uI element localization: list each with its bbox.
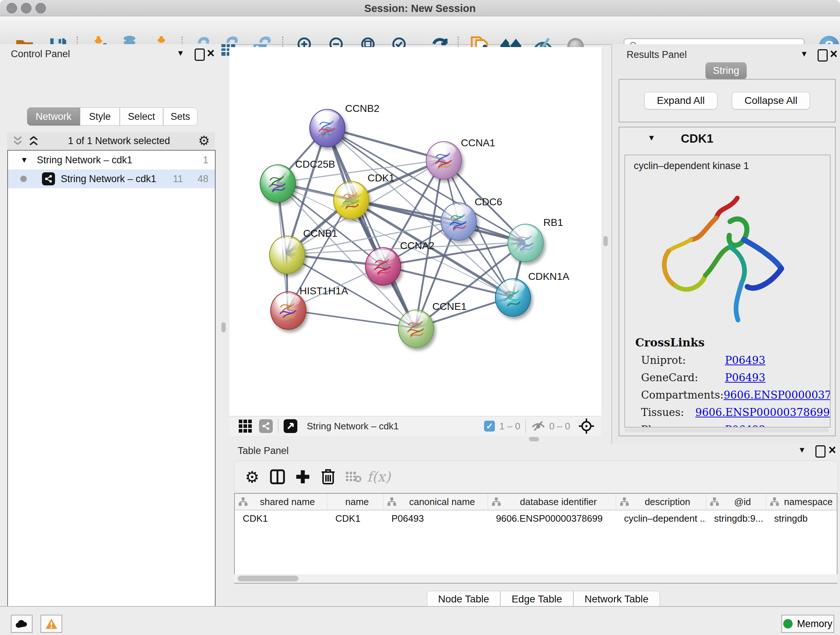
column-header[interactable]: description [616,494,706,510]
node-label-cdk1: CDK1 [368,172,395,184]
horizontal-splitter-handle[interactable] [529,437,539,441]
hidden-eye-icon [531,421,546,432]
tab-sets[interactable]: Sets [163,108,197,126]
tab-network[interactable]: Network [27,108,80,126]
network-node-cdk1[interactable] [333,181,369,219]
memory-button[interactable]: Memory [782,615,834,633]
crosslink-pharos-link[interactable]: P06493 [725,424,766,428]
grid-view-icon[interactable] [239,420,252,432]
network-tree: ▼ String Network – cdk1 1 String Network… [7,150,216,635]
function-builder-icon[interactable]: f(x) [366,464,392,489]
crosslink-tissues-link[interactable]: 9606.ENSP00000378699 [695,406,830,418]
network-node-cdkn1a[interactable] [495,279,531,317]
network-share-icon[interactable] [259,419,273,433]
results-panel-close-icon[interactable]: × [830,49,837,59]
node-label-ccna2: CCNA2 [400,240,434,252]
crosslink-genecard-link[interactable]: P06493 [725,371,766,384]
results-panel-collapse-icon[interactable]: ▼ [800,49,808,59]
crosslink-row: Uniprot: P06493 [641,354,830,366]
show-columns-icon[interactable] [265,464,290,489]
results-scrollbar[interactable] [624,428,829,432]
reset-view-crosshair-icon[interactable] [578,418,595,434]
window-title: Session: New Session [0,3,840,14]
control-panel-float-icon[interactable] [195,49,205,61]
column-header[interactable]: canonical name [384,494,488,510]
tab-style[interactable]: Style [80,108,120,126]
network-node-ccnb2[interactable] [309,109,346,147]
table-row[interactable]: CDK1 CDK1 P06493 9606.ENSP00000378699 cy… [235,510,837,526]
control-panel-collapse-icon[interactable]: ▼ [177,49,185,58]
column-header[interactable]: namespace [766,494,837,510]
delete-column-trash-icon[interactable] [316,464,341,489]
table-panel-close-icon[interactable]: × [829,445,836,455]
crosslink-row: Pharos: P06493 [641,424,830,428]
column-header[interactable]: shared name [235,494,327,510]
collapse-all-button[interactable]: Collapse All [732,92,810,109]
crosslink-label: Compartments: [641,389,723,401]
tree-collapse-icon[interactable]: ▼ [20,155,28,165]
network-options-gear-icon[interactable]: ⚙ [198,133,210,149]
results-tab-string[interactable]: String [706,62,747,79]
column-header[interactable]: database identifier [488,494,616,510]
collapse-all-icon[interactable] [11,135,24,146]
control-panel-close-icon[interactable]: × [207,49,215,58]
column-header[interactable]: @id [706,494,766,510]
network-node-hist1h1a[interactable] [270,291,306,330]
node-label-cdc25b: CDC25B [295,158,335,170]
table-panel-collapse-icon[interactable]: ▼ [798,445,806,455]
vertical-splitter-handle[interactable] [603,236,608,246]
network-tree-root-row[interactable]: ▼ String Network – cdk1 1 [8,150,215,169]
table-tabs: Node Table Edge Table Network Table [427,591,660,608]
expand-all-button[interactable]: Expand All [644,92,717,109]
cloud-status-button[interactable] [11,615,33,633]
control-panel-title: Control Panel [11,49,70,60]
tab-node-table[interactable]: Node Table [427,591,500,608]
network-node-cdc25b[interactable] [260,165,296,203]
network-node-ccne1[interactable] [398,310,434,348]
create-column-plus-icon[interactable] [290,464,316,489]
crosslink-row: Compartments: 9606.ENSP00000378699 [641,389,830,401]
vertical-splitter-handle[interactable] [221,322,226,333]
network-node-ccnb1[interactable] [269,236,305,274]
gene-name: CDK1 [681,132,714,146]
delete-table-icon[interactable] [341,464,366,489]
node-table: shared name name canonical name database… [234,493,837,584]
node-label-ccne1: CCNE1 [432,301,467,312]
collection-count: 1 [203,155,208,166]
network-selection-bar: 1 of 1 Network selected ⚙ [7,132,215,149]
crosslink-uniprot-link[interactable]: P06493 [725,354,766,366]
tab-select[interactable]: Select [120,108,163,126]
expand-all-icon[interactable] [27,135,40,146]
tab-network-table[interactable]: Network Table [573,591,660,608]
memory-label: Memory [797,618,832,630]
network-node-cdc6[interactable] [441,203,477,241]
table-panel-float-icon[interactable] [815,445,826,458]
network-node-ccna2[interactable] [365,247,401,286]
network-node-ccna1[interactable] [426,141,462,180]
column-header[interactable]: name [327,494,384,510]
selected-checkbox-icon[interactable]: ✓ [484,421,495,432]
gene-collapse-icon[interactable]: ▼ [647,133,655,143]
network-selected-status: 1 of 1 Network selected [40,135,198,147]
warning-status-button[interactable] [41,615,62,633]
table-panel-title: Table Panel [238,445,289,456]
protein-structure-image [639,178,799,330]
network-status-dot [20,176,27,182]
gene-section-box: ▼ CDK1 cyclin–dependent kinase 1 [619,127,836,436]
cloud-icon [15,619,28,629]
table-settings-gear-icon[interactable]: ⚙ [240,464,265,489]
node-label-ccnb1: CCNB1 [303,228,338,239]
network-tree-child-row[interactable]: String Network – cdk1 11 48 [8,169,215,188]
network-node-rb1[interactable] [508,224,544,262]
title-bar: Session: New Session [0,0,840,16]
node-label-cdc6: CDC6 [475,196,502,208]
birdseye-view-icon[interactable] [284,419,297,433]
results-panel-float-icon[interactable] [818,49,828,62]
gene-detail-box: cyclin–dependent kinase 1 CrossLinks [624,155,831,428]
table-header-row: shared name name canonical name database… [235,494,837,510]
table-horizontal-scrollbar[interactable] [234,574,837,583]
tab-edge-table[interactable]: Edge Table [500,591,573,608]
warning-icon [45,618,57,629]
crosslink-compartments-link[interactable]: 9606.ENSP00000378699 [723,389,831,401]
network-canvas[interactable]: CCNB2CCNA1CDC25BCDK1CDC6RB1CCNB1CCNA2CDK… [229,47,601,416]
